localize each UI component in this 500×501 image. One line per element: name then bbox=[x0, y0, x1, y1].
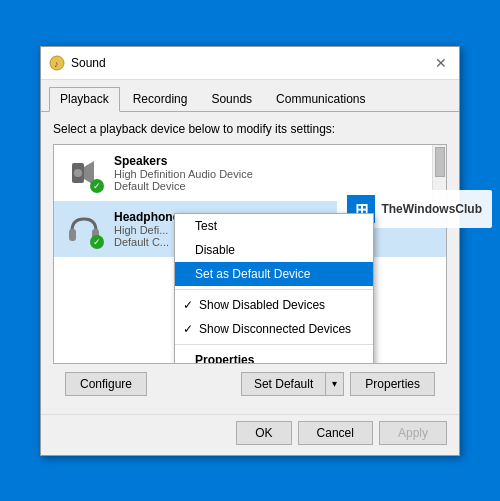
svg-rect-5 bbox=[69, 229, 76, 241]
context-menu: Test Disable Set as Default Device ✓ Sho… bbox=[174, 213, 374, 364]
ctx-set-default[interactable]: Set as Default Device bbox=[175, 262, 373, 286]
tab-communications[interactable]: Communications bbox=[265, 87, 376, 112]
default-badge: ✓ bbox=[90, 179, 104, 193]
headphones-badge: ✓ bbox=[90, 235, 104, 249]
scrollbar-thumb bbox=[435, 147, 445, 177]
set-default-button[interactable]: Set Default bbox=[241, 372, 325, 396]
set-default-arrow-button[interactable]: ▾ bbox=[325, 372, 344, 396]
sound-title-icon: ♪ bbox=[49, 55, 65, 71]
instruction-text: Select a playback device below to modify… bbox=[53, 122, 447, 136]
speakers-icon: ✓ bbox=[64, 153, 104, 193]
headphones-icon: ✓ bbox=[64, 209, 104, 249]
ctx-disable[interactable]: Disable bbox=[175, 238, 373, 262]
ctx-show-disconnected[interactable]: ✓ Show Disconnected Devices bbox=[175, 317, 373, 341]
ctx-divider-2 bbox=[175, 344, 373, 345]
ctx-test[interactable]: Test bbox=[175, 214, 373, 238]
ctx-check-disabled-icon: ✓ bbox=[181, 298, 195, 312]
ctx-properties[interactable]: Properties bbox=[175, 348, 373, 364]
device-list: ✓ Speakers High Definition Audio Device … bbox=[53, 144, 447, 364]
window-title: Sound bbox=[71, 56, 106, 70]
configure-button[interactable]: Configure bbox=[65, 372, 147, 396]
sound-dialog: ♪ Sound ✕ Playback Recording Sounds Comm… bbox=[40, 46, 460, 456]
tabs-bar: Playback Recording Sounds Communications bbox=[41, 80, 459, 112]
tab-recording[interactable]: Recording bbox=[122, 87, 199, 112]
device-item-speakers[interactable]: ✓ Speakers High Definition Audio Device … bbox=[54, 145, 446, 201]
speakers-name: Speakers bbox=[114, 154, 436, 168]
properties-button[interactable]: Properties bbox=[350, 372, 435, 396]
title-bar-left: ♪ Sound bbox=[49, 55, 106, 71]
speakers-info: Speakers High Definition Audio Device De… bbox=[114, 154, 436, 192]
close-button[interactable]: ✕ bbox=[431, 53, 451, 73]
bottom-row: Configure Set Default ▾ Properties bbox=[53, 364, 447, 404]
action-row: OK Cancel Apply bbox=[41, 414, 459, 455]
speakers-line2: Default Device bbox=[114, 180, 436, 192]
title-bar: ♪ Sound ✕ bbox=[41, 47, 459, 80]
ctx-show-disabled[interactable]: ✓ Show Disabled Devices bbox=[175, 293, 373, 317]
ctx-check-disconnected-icon: ✓ bbox=[181, 322, 195, 336]
set-default-group: Set Default ▾ bbox=[241, 372, 344, 396]
cancel-button[interactable]: Cancel bbox=[298, 421, 373, 445]
scrollbar[interactable] bbox=[432, 145, 446, 201]
tab-sounds[interactable]: Sounds bbox=[200, 87, 263, 112]
ctx-show-disconnected-label: Show Disconnected Devices bbox=[199, 322, 351, 336]
ok-button[interactable]: OK bbox=[236, 421, 291, 445]
svg-point-4 bbox=[74, 169, 82, 177]
ctx-divider-1 bbox=[175, 289, 373, 290]
apply-button[interactable]: Apply bbox=[379, 421, 447, 445]
speakers-line1: High Definition Audio Device bbox=[114, 168, 436, 180]
ctx-show-disabled-label: Show Disabled Devices bbox=[199, 298, 325, 312]
svg-text:♪: ♪ bbox=[54, 59, 59, 69]
main-content: Select a playback device below to modify… bbox=[41, 112, 459, 414]
tab-playback[interactable]: Playback bbox=[49, 87, 120, 112]
